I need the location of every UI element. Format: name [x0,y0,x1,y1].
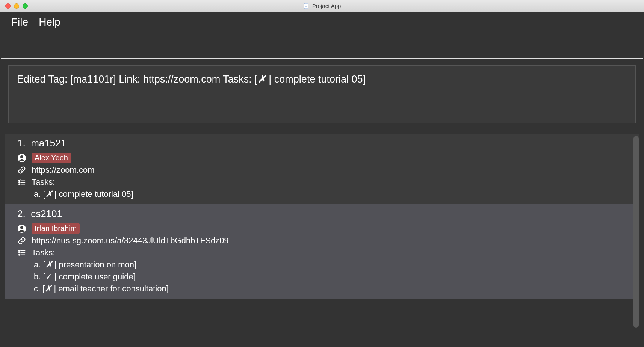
task-line: c. [✗ | email teacher for consultation] [17,284,630,294]
task-line: a. [✗ | complete tutorial 05] [17,189,630,199]
svg-point-5 [20,155,23,158]
x-mark-icon: ✗ [45,260,52,269]
titlebar: Projact App [0,0,644,12]
x-mark-icon: ✗ [257,74,266,85]
link-icon [17,236,26,245]
tag-title: 1. ma1521 [17,137,630,149]
svg-point-9 [19,182,20,183]
tasks-header-row: Tasks: [17,177,630,187]
link-icon [17,166,26,175]
command-input-area[interactable] [1,32,643,59]
minimize-window-button[interactable] [14,3,19,9]
tasks-icon [17,178,26,187]
svg-point-17 [19,254,20,255]
svg-point-12 [20,226,23,229]
tasks-label: Tasks: [32,177,55,187]
result-message-prefix: Edited Tag: [ma1101r] Link: https://zoom… [17,74,257,85]
person-row: Alex Yeoh [17,153,630,163]
tag-name: cs2101 [31,208,62,219]
tasks-label: Tasks: [32,248,55,258]
traffic-lights [0,3,28,9]
person-chip: Alex Yeoh [32,153,71,163]
svg-point-16 [19,252,20,253]
link-text: https://zoom.com [32,165,95,175]
tag-name: ma1521 [31,137,66,149]
link-row: https://zoom.com [17,165,630,175]
result-message-suffix: | complete tutorial 05] [266,74,366,85]
tag-card[interactable]: 1. ma1521Alex Yeohhttps://zoom.comTasks:… [5,134,639,204]
tag-list: 1. ma1521Alex Yeohhttps://zoom.comTasks:… [5,134,639,347]
menubar: File Help [0,12,644,32]
link-row: https://nus-sg.zoom.us/a/32443JlUldTbGdh… [17,236,630,246]
result-message-panel: Edited Tag: [ma1101r] Link: https://zoom… [8,65,636,123]
person-chip: Irfan Ibrahim [32,223,80,234]
x-mark-icon: ✗ [45,189,52,199]
tag-index: 1. [17,137,26,149]
task-line: b. [✓ | complete user guide] [17,272,630,282]
app-doc-icon [303,3,309,9]
x-mark-icon: ✗ [45,284,51,293]
tag-title: 2. cs2101 [17,208,630,220]
window-title-group: Projact App [0,3,644,9]
menu-file[interactable]: File [11,16,28,28]
menu-help[interactable]: Help [39,16,60,28]
tasks-header-row: Tasks: [17,248,630,258]
task-line: a. [✗ | presentation on mon] [17,260,630,270]
tag-card[interactable]: 2. cs2101Irfan Ibrahimhttps://nus-sg.zoo… [5,204,639,299]
person-icon [17,154,26,163]
link-text: https://nus-sg.zoom.us/a/32443JlUldTbGdh… [32,236,229,246]
close-window-button[interactable] [5,3,11,9]
check-icon: ✓ [45,272,52,281]
person-icon [17,224,26,233]
tasks-icon [17,248,26,257]
tag-index: 2. [17,208,26,219]
window-title: Projact App [312,3,341,9]
scrollbar-thumb[interactable] [633,136,639,328]
svg-point-10 [19,184,20,184]
person-row: Irfan Ibrahim [17,223,630,234]
maximize-window-button[interactable] [23,3,28,9]
svg-rect-0 [304,3,308,9]
